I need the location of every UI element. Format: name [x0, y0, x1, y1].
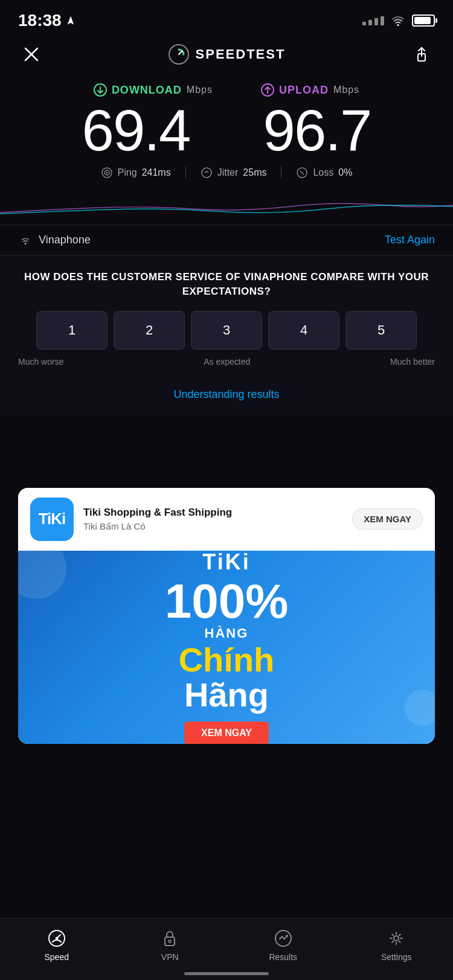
- understanding-results-section: Understanding results: [0, 376, 453, 415]
- nav-results-label: Results: [269, 952, 297, 962]
- rating-btn-4[interactable]: 4: [268, 311, 339, 350]
- ad-banner-hang2: Hãng: [165, 678, 289, 712]
- ad-info: Tiki Shopping & Fast Shipping Tiki Bấm L…: [83, 507, 342, 532]
- provider-info: Vinaphone: [18, 234, 91, 246]
- rating-row: 1 2 3 4 5: [18, 311, 435, 350]
- svg-point-20: [169, 940, 171, 943]
- stats-row: Ping 241ms Jitter 25ms Loss 0%: [24, 167, 429, 179]
- wifi-small-icon: [18, 235, 33, 246]
- download-value: 69.4: [69, 101, 202, 159]
- ad-header: TiKi Tiki Shopping & Fast Shipping Tiki …: [18, 488, 435, 551]
- nav-settings-label: Settings: [381, 952, 412, 962]
- home-indicator: [184, 972, 269, 975]
- vpn-icon: [159, 928, 180, 949]
- svg-line-3: [179, 51, 182, 54]
- status-icons: [362, 14, 435, 27]
- status-bar: 18:38: [0, 0, 453, 36]
- rating-btn-5[interactable]: 5: [345, 311, 417, 350]
- rating-label-right: Much better: [390, 357, 435, 367]
- bottom-nav: Speed VPN Results Settings: [0, 918, 453, 980]
- rating-label-left: Much worse: [18, 357, 63, 367]
- jitter-stat: Jitter 25ms: [186, 167, 281, 179]
- loss-stat: Loss 0%: [281, 167, 367, 179]
- svg-point-22: [286, 935, 288, 937]
- share-button[interactable]: [408, 41, 435, 68]
- top-nav: SPEEDTEST: [0, 36, 453, 77]
- status-time: 18:38: [18, 11, 62, 30]
- svg-point-18: [56, 937, 58, 940]
- deco-circle-1: [18, 551, 66, 599]
- loss-icon: [296, 167, 308, 179]
- svg-point-12: [106, 172, 108, 174]
- test-again-button[interactable]: Test Again: [385, 234, 435, 246]
- ad-subtitle: Tiki Bấm Là Có: [83, 521, 342, 532]
- upload-value: 96.7: [251, 101, 384, 159]
- svg-point-13: [202, 168, 211, 178]
- close-button[interactable]: [18, 41, 45, 68]
- jitter-icon: [201, 167, 213, 179]
- deco-circle-2: [405, 690, 435, 726]
- signal-icon: [362, 16, 384, 25]
- ad-banner-logo: TiKi: [165, 551, 289, 575]
- advertisement[interactable]: TiKi Tiki Shopping & Fast Shipping Tiki …: [18, 488, 435, 744]
- upload-label: UPLOAD Mbps: [261, 83, 359, 97]
- ping-stat: Ping 241ms: [86, 167, 185, 179]
- rating-btn-3[interactable]: 3: [191, 311, 262, 350]
- ad-cta-button[interactable]: XEM NGAY: [352, 508, 423, 530]
- rating-label-center: As expected: [204, 357, 250, 367]
- results-icon: [273, 928, 294, 949]
- svg-point-23: [394, 936, 399, 941]
- ad-banner-chinh: Chính: [165, 641, 289, 679]
- nav-speed[interactable]: Speed: [33, 928, 81, 962]
- download-label: DOWNLOAD Mbps: [94, 83, 213, 97]
- ad-banner-button[interactable]: XEM NGAY: [184, 722, 269, 743]
- svg-line-15: [300, 171, 304, 175]
- settings-icon: [386, 928, 406, 949]
- ping-icon: [101, 167, 113, 179]
- ad-title: Tiki Shopping & Fast Shipping: [83, 507, 342, 519]
- nav-vpn-label: VPN: [161, 952, 179, 962]
- nav-speed-label: Speed: [45, 952, 69, 962]
- svg-rect-19: [165, 937, 175, 946]
- nav-results[interactable]: Results: [259, 928, 307, 962]
- speedtest-logo-icon: [168, 43, 190, 65]
- rating-labels: Much worse As expected Much better: [18, 357, 435, 367]
- provider-row: Vinaphone Test Again: [0, 225, 453, 255]
- ad-banner[interactable]: TiKi 100% HÀNG Chính Hãng XEM NGAY: [18, 551, 435, 744]
- speedtest-title: SPEEDTEST: [196, 46, 286, 62]
- speedtest-logo: SPEEDTEST: [168, 43, 286, 65]
- battery-icon: [412, 14, 435, 27]
- speed-graph: [0, 188, 453, 225]
- understanding-results-link[interactable]: Understanding results: [173, 388, 279, 400]
- survey-question: HOW DOES THE CUSTOMER SERVICE OF VINAPHO…: [18, 270, 435, 299]
- upload-icon: [261, 83, 274, 97]
- ad-app-icon: TiKi: [30, 498, 74, 541]
- wifi-icon: [390, 14, 406, 27]
- nav-settings[interactable]: Settings: [372, 928, 420, 962]
- nav-vpn[interactable]: VPN: [146, 928, 194, 962]
- speed-values: 69.4 96.7: [24, 101, 429, 159]
- rating-btn-2[interactable]: 2: [114, 311, 185, 350]
- speed-section: DOWNLOAD Mbps UPLOAD Mbps 69.4 96.7 Ping…: [0, 77, 453, 179]
- rating-btn-1[interactable]: 1: [36, 311, 108, 350]
- ad-banner-percent: 100%: [165, 577, 289, 626]
- download-icon: [94, 83, 107, 97]
- survey-section: HOW DOES THE CUSTOMER SERVICE OF VINAPHO…: [0, 255, 453, 376]
- speedometer-icon: [47, 928, 67, 949]
- location-arrow-icon: [65, 15, 76, 26]
